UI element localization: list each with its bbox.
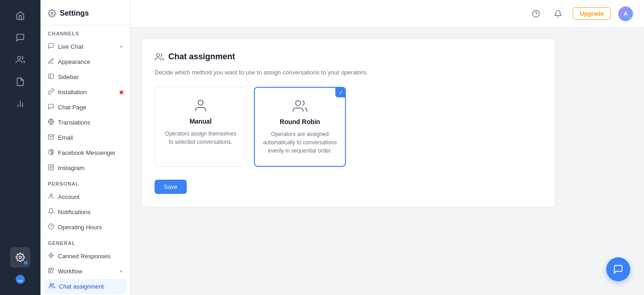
operating-hours-item[interactable]: Operating Hours: [40, 220, 130, 235]
account-icon: [48, 193, 54, 201]
workflow-label: Workflow: [58, 268, 82, 275]
translations-item[interactable]: Translations: [40, 115, 130, 130]
icon-navigation: [0, 0, 40, 295]
canned-responses-item[interactable]: Canned Responses: [40, 249, 130, 264]
appearance-icon: [48, 58, 54, 66]
contacts-nav-item[interactable]: [10, 50, 30, 70]
notifications-bell-button[interactable]: [551, 6, 565, 21]
sidebar-nav-item[interactable]: Sidebar: [40, 69, 130, 85]
svg-point-27: [156, 53, 160, 57]
translations-label: Translations: [58, 119, 90, 126]
chat-page-item[interactable]: Chat Page: [40, 100, 130, 115]
channels-section-label: CHANNELS: [40, 25, 130, 39]
account-item[interactable]: Account: [40, 189, 130, 204]
notifications-item[interactable]: Notifications: [40, 204, 130, 220]
account-label: Account: [58, 193, 80, 200]
svg-point-29: [296, 101, 301, 106]
card-description: Decide which method you want to use to a…: [155, 69, 542, 76]
settings-sidebar: Settings CHANNELS Live Chat ▾ Appearance…: [40, 0, 130, 295]
reports-nav-item[interactable]: [10, 72, 30, 92]
translations-icon: [48, 119, 54, 126]
svg-point-15: [50, 166, 52, 169]
upgrade-button[interactable]: Upgrade: [573, 7, 611, 20]
svg-point-17: [50, 194, 52, 196]
card-title-row: Chat assignment: [155, 52, 542, 62]
card-title: Chat assignment: [168, 52, 235, 62]
round-robin-option[interactable]: ✓ Round Robin Operators are assigned aut…: [254, 87, 346, 167]
email-item[interactable]: Email: [40, 130, 130, 145]
top-bar: Upgrade A: [130, 0, 644, 28]
sidebar-nav-label: Sidebar: [58, 74, 79, 80]
facebook-label: Facebook Messenger: [58, 149, 115, 156]
manual-option-description: Operators assign themselves to selected …: [162, 130, 239, 146]
installation-item[interactable]: Installation: [40, 85, 130, 100]
chat-assignment-card: Chat assignment Decide which method you …: [141, 39, 555, 207]
workflow-item[interactable]: Workflow ▾: [40, 264, 130, 279]
analytics-nav-item[interactable]: [10, 94, 30, 114]
settings-header: Settings: [40, 0, 130, 25]
appearance-label: Appearance: [58, 58, 90, 65]
sidebar-nav-icon: [48, 73, 54, 81]
installation-red-dot: [120, 91, 123, 94]
svg-point-16: [52, 166, 53, 166]
online-status-indicator: [629, 17, 633, 21]
chat-assignment-sidebar-icon: [49, 283, 55, 290]
svg-rect-14: [48, 165, 54, 170]
svg-point-28: [198, 100, 203, 105]
operating-hours-label: Operating Hours: [58, 224, 102, 231]
settings-nav-item[interactable]: [10, 247, 30, 267]
instagram-icon: [48, 164, 54, 172]
help-button[interactable]: [529, 6, 543, 21]
workflow-chevron-icon: ▾: [120, 269, 122, 274]
manual-option-title: Manual: [190, 118, 212, 125]
svg-point-8: [51, 12, 53, 15]
svg-rect-9: [49, 74, 54, 79]
instagram-label: Instagram: [58, 165, 85, 171]
svg-rect-22: [49, 271, 51, 273]
chat-bubble-button[interactable]: [606, 257, 630, 281]
live-chat-item[interactable]: Live Chat ▾: [40, 39, 130, 54]
settings-gear-icon: [48, 9, 56, 17]
round-robin-option-description: Operators are assigned automatically to …: [262, 130, 338, 155]
home-nav-item[interactable]: [10, 6, 30, 26]
avatar[interactable]: A: [618, 6, 633, 21]
workflow-icon: [48, 267, 54, 275]
settings-nav-dot: [24, 261, 28, 265]
personal-section-label: PERSONAL: [40, 176, 130, 189]
installation-label: Installation: [58, 89, 86, 96]
round-robin-option-icon: [293, 99, 307, 113]
manual-option[interactable]: Manual Operators assign themselves to se…: [155, 87, 247, 167]
card-title-icon: [155, 52, 164, 62]
appearance-item[interactable]: Appearance: [40, 54, 130, 69]
notifications-icon: [48, 208, 54, 216]
manual-option-icon: [193, 98, 208, 113]
svg-point-0: [17, 57, 21, 60]
installation-icon: [48, 88, 54, 96]
chat-page-label: Chat Page: [58, 104, 86, 111]
canned-responses-icon: [48, 252, 54, 260]
save-button[interactable]: Save: [155, 180, 187, 194]
main-content: Upgrade A Chat assignment Decide which m…: [130, 0, 644, 295]
svg-rect-21: [52, 268, 53, 270]
chat-nav-item[interactable]: [10, 28, 30, 48]
chat-assignment-label: Chat assignment: [59, 283, 104, 290]
brand-nav-item[interactable]: [10, 269, 30, 289]
chat-assignment-item[interactable]: Chat assignment: [44, 279, 126, 294]
email-icon: [48, 134, 54, 142]
round-robin-option-title: Round Robin: [280, 118, 320, 125]
facebook-item[interactable]: Facebook Messenger: [40, 145, 130, 160]
round-robin-checkmark: ✓: [335, 87, 345, 97]
operating-hours-icon: [48, 223, 54, 231]
svg-marker-19: [49, 253, 54, 258]
svg-point-23: [50, 284, 52, 286]
chat-page-icon: [48, 103, 54, 111]
notifications-label: Notifications: [58, 209, 91, 216]
svg-point-4: [19, 256, 22, 259]
email-label: Email: [58, 134, 73, 141]
assignment-options: Manual Operators assign themselves to se…: [155, 87, 542, 167]
svg-point-5: [16, 275, 25, 284]
facebook-icon: [48, 149, 54, 157]
settings-title: Settings: [60, 9, 89, 17]
instagram-item[interactable]: Instagram: [40, 160, 130, 176]
canned-responses-label: Canned Responses: [58, 253, 110, 260]
